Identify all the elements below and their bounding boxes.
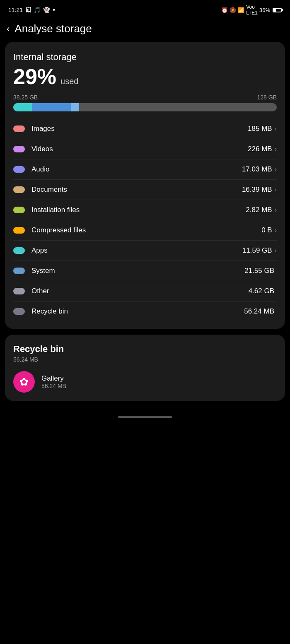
item-size: 16.39 MB (242, 186, 272, 194)
item-name: Apps (31, 246, 242, 255)
dot-indicator: • (53, 6, 55, 14)
chevron-icon: › (275, 206, 277, 214)
storage-numbers-row: 38.25 GB 128 GB (13, 94, 277, 101)
alarm-icon: ⏰ (221, 7, 228, 13)
item-dot (13, 166, 25, 173)
storage-items-list: Images185 MB›Videos226 MB›Audio17.03 MB›… (13, 119, 277, 325)
progress-teal (13, 103, 32, 111)
recycle-bin-card: Recycle bin 56.24 MB ✿ Gallery 56.24 MB (5, 335, 285, 401)
item-name: Audio (31, 165, 242, 174)
recycle-item-size: 56.24 MB (41, 383, 66, 389)
storage-item-other: Other4.62 GB (13, 281, 277, 301)
home-bar (118, 416, 172, 418)
item-size: 11.59 GB (242, 246, 272, 255)
item-name: System (31, 267, 244, 275)
item-size: 17.03 MB (242, 165, 272, 174)
status-bar: 11:21 🖼 🎵 👻 • ⏰ 🔕 📶 VooLTE1 36% (0, 0, 290, 18)
gallery-icon: 🖼 (25, 7, 31, 13)
mute-icon: 🔕 (230, 7, 236, 13)
back-button[interactable]: ‹ (7, 24, 10, 34)
gallery-recycle-icon: ✿ (13, 371, 35, 393)
item-name: Documents (31, 186, 242, 194)
item-dot (13, 146, 25, 152)
item-dot (13, 308, 25, 315)
storage-card-title: Internal storage (13, 52, 277, 63)
item-size: 0 B (261, 226, 272, 234)
recycle-bin-subtitle: 56.24 MB (13, 356, 277, 363)
progress-lightblue (71, 103, 79, 111)
item-dot (13, 207, 25, 213)
chevron-icon: › (275, 247, 277, 254)
storage-item-videos[interactable]: Videos226 MB› (13, 139, 277, 159)
item-name: Installation files (31, 206, 246, 214)
item-dot (13, 186, 25, 193)
battery-fill (273, 9, 276, 12)
item-size: 56.24 MB (244, 307, 274, 316)
item-name: Images (31, 125, 248, 133)
status-left: 11:21 🖼 🎵 👻 • (8, 6, 55, 14)
item-size: 226 MB (248, 145, 272, 153)
item-name: Other (31, 287, 249, 295)
recycle-item-name: Gallery (41, 374, 66, 383)
wifi-icon: 📶 (238, 7, 244, 13)
chevron-icon: › (275, 145, 277, 153)
storage-used-label: used (60, 77, 78, 86)
storage-item-installation-files[interactable]: Installation files2.82 MB› (13, 200, 277, 220)
recycle-bin-title: Recycle bin (13, 344, 277, 355)
chevron-icon: › (275, 125, 277, 133)
item-name: Compressed files (31, 226, 261, 234)
recycle-gallery-item[interactable]: ✿ Gallery 56.24 MB (13, 371, 277, 393)
chevron-icon: › (275, 186, 277, 193)
item-name: Videos (31, 145, 248, 153)
storage-item-recycle-bin: Recycle bin56.24 MB (13, 301, 277, 321)
home-indicator (0, 409, 290, 422)
chevron-icon: › (275, 227, 277, 234)
item-name: Recycle bin (31, 307, 244, 316)
internal-storage-card: Internal storage 29% used 38.25 GB 128 G… (5, 42, 285, 329)
status-time: 11:21 (8, 7, 23, 13)
storage-progress-bar (13, 103, 277, 111)
recycle-item-info: Gallery 56.24 MB (41, 374, 66, 389)
page-title: Analyse storage (15, 22, 92, 35)
storage-item-audio[interactable]: Audio17.03 MB› (13, 159, 277, 180)
chevron-icon: › (275, 166, 277, 173)
item-dot (13, 288, 25, 294)
item-size: 2.82 MB (246, 206, 272, 214)
battery-icon (273, 8, 282, 12)
item-dot (13, 227, 25, 234)
storage-item-apps[interactable]: Apps11.59 GB› (13, 241, 277, 261)
battery-percent: 36% (259, 7, 270, 13)
page-header: ‹ Analyse storage (0, 18, 290, 42)
item-size: 185 MB (248, 125, 272, 133)
item-size: 21.55 GB (244, 267, 274, 275)
storage-percent-value: 29% (13, 64, 56, 89)
storage-percent-row: 29% used (13, 64, 277, 89)
item-size: 4.62 GB (249, 287, 274, 295)
music-icon: 🎵 (34, 7, 41, 13)
item-dot (13, 125, 25, 132)
total-size: 128 GB (257, 94, 277, 101)
item-dot (13, 268, 25, 274)
signal-icon: VooLTE1 (246, 4, 258, 16)
storage-item-images[interactable]: Images185 MB› (13, 119, 277, 139)
status-right: ⏰ 🔕 📶 VooLTE1 36% (221, 4, 282, 16)
storage-item-system: System21.55 GB (13, 261, 277, 281)
progress-blue (32, 103, 71, 111)
storage-item-compressed-files[interactable]: Compressed files0 B› (13, 220, 277, 241)
item-dot (13, 247, 25, 254)
snapchat-icon: 👻 (43, 7, 50, 13)
storage-item-documents[interactable]: Documents16.39 MB› (13, 180, 277, 200)
used-size: 38.25 GB (13, 94, 38, 101)
